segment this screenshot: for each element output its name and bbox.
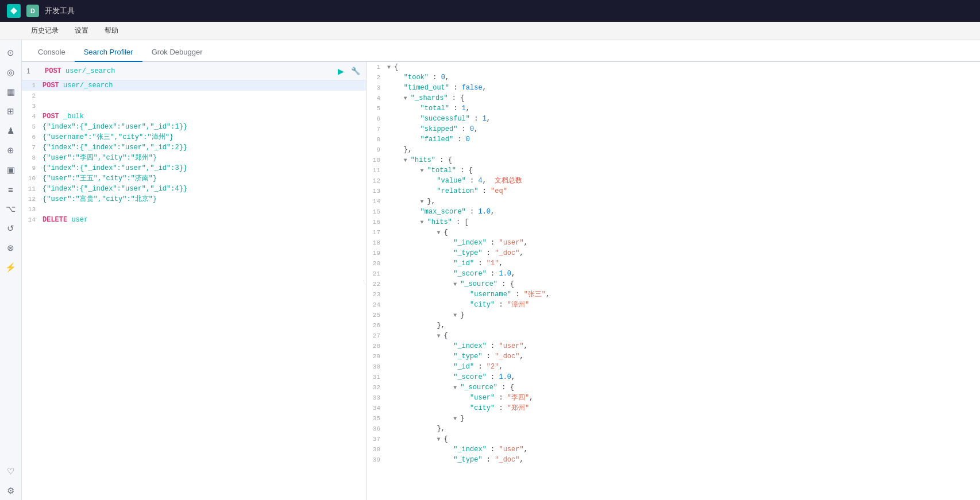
code-line: 1 ▼{ [366,62,980,72]
code-line: 5 "total" : 1, [366,103,980,114]
code-line: 13 "relation" : "eq" [366,186,980,196]
sidebar-heart-icon[interactable]: ♡ [2,462,20,480]
code-line: 14 DELETE user [22,215,366,225]
sidebar-layers-icon[interactable]: ⊞ [2,102,20,121]
sidebar-settings-icon[interactable]: ⚙ [2,482,20,500]
main-content: Console Search Profiler Grok Debugger 1 … [22,40,980,500]
sidebar-hook-icon[interactable]: ↺ [2,219,20,238]
toolbar-content: POST user/_search [45,67,333,75]
code-line: 3 "timed_out" : false, [366,83,980,93]
code-line: 19 "_type" : "_doc", [366,248,980,258]
app-logo [7,4,21,18]
sidebar-target-icon[interactable]: ◎ [2,63,20,82]
sidebar-tool-icon[interactable]: ⌥ [2,200,20,218]
code-line: 20 "_id" : "1", [366,258,980,269]
code-line: 12 {"user":"富贵","city":"北京"} [22,194,366,204]
code-line: 3 [22,101,366,111]
menu-history[interactable]: 历史记录 [29,24,61,38]
sidebar-person-icon[interactable]: ♟ [2,122,20,140]
code-line: 33 "user" : "李四", [366,393,980,403]
play-button[interactable]: ▶ [335,65,346,77]
menu-help[interactable]: 帮助 [102,24,121,38]
code-line: 24 "city" : "漳州" [366,300,980,310]
code-line: 1 POST user/_search [22,80,366,91]
wrench-button[interactable]: 🔧 [350,65,361,77]
resize-handle[interactable]: ⋮ [363,62,366,500]
code-line: 12 "value" : 4, 文档总数 [366,176,980,186]
code-line: 29 "_type" : "_doc", [366,351,980,362]
code-line: 23 "username" : "张三", [366,289,980,300]
app-title: 开发工具 [45,6,75,16]
code-line: 7 {"index":{"_index":"user","_id":2}} [22,142,366,153]
main-layout: ⊙ ◎ ▦ ⊞ ♟ ⊕ ▣ ≡ ⌥ ↺ ⊗ ⚡ ♡ ⚙ Console Sear… [0,40,980,500]
code-line: 10 ▼"hits" : { [366,155,980,165]
code-line: 11 ▼"total" : { [366,165,980,176]
code-line: 27 ▼{ [366,331,980,341]
code-line: 21 "_score" : 1.0, [366,269,980,279]
top-bar: D 开发工具 [0,0,980,22]
tab-console[interactable]: Console [29,43,75,62]
tab-search-profiler[interactable]: Search Profiler [75,43,142,62]
code-line: 11 {"index":{"_index":"user","_id":4}} [22,184,366,194]
code-line: 4 ▼"_shards" : { [366,93,980,103]
sidebar-list-icon[interactable]: ≡ [2,180,20,199]
code-line: 38 "_index" : "user", [366,444,980,455]
sidebar-lock-icon[interactable]: ⊗ [2,239,20,257]
tab-grok-debugger[interactable]: Grok Debugger [142,43,212,62]
toolbar-url: user/_search [65,67,115,75]
code-line: 8 "failed" : 0 [366,134,980,145]
code-line: 37 ▼{ [366,434,980,444]
toolbar-line-num: 1 [26,67,43,75]
toolbar-actions: ▶ 🔧 [335,65,361,77]
code-line: 30 "_id" : "2", [366,362,980,372]
code-line: 2 [22,91,366,101]
sidebar-globe-icon[interactable]: ⊕ [2,141,20,160]
code-line: 9 }, [366,145,980,155]
code-line: 14 ▼}, [366,196,980,207]
code-line: 5 {"index":{"_index":"user","_id":1}} [22,122,366,132]
code-line: 39 "_type" : "_doc", [366,455,980,465]
code-line: 18 "_index" : "user", [366,238,980,248]
toolbar-method: POST [45,67,61,75]
sidebar-chart-icon[interactable]: ▦ [2,83,20,101]
code-line: 4 POST _bulk [22,111,366,122]
sidebar-clock-icon[interactable]: ⊙ [2,44,20,62]
code-line: 10 {"user":"王五","city":"济南"} [22,173,366,184]
editor-container: 1 POST user/_search ▶ 🔧 1 [22,62,980,500]
code-line: 22 ▼"_source" : { [366,279,980,289]
right-editor: 1 ▼{ 2 "took" : 0, 3 "timed_out" : false… [366,62,980,500]
code-line: 34 "city" : "郑州" [366,403,980,413]
code-line: 26 }, [366,320,980,331]
code-line: 32 ▼"_source" : { [366,382,980,393]
code-line: 28 "_index" : "user", [366,341,980,351]
code-line: 7 "skipped" : 0, [366,124,980,134]
code-line: 15 "max_score" : 1.0, [366,207,980,217]
left-code-area[interactable]: 1 POST user/_search 2 3 4 [22,80,366,500]
code-line: 6 "successful" : 1, [366,114,980,124]
code-line: 35 ▼} [366,413,980,424]
code-line: 8 {"user":"李四","city":"郑州"} [22,153,366,163]
menu-settings[interactable]: 设置 [72,24,91,38]
user-avatar[interactable]: D [26,5,39,17]
sidebar: ⊙ ◎ ▦ ⊞ ♟ ⊕ ▣ ≡ ⌥ ↺ ⊗ ⚡ ♡ ⚙ [0,40,22,500]
code-line: 16 ▼"hits" : [ [366,217,980,227]
code-line: 25 ▼} [366,310,980,320]
code-line: 13 [22,204,366,215]
editor-toolbar: 1 POST user/_search ▶ 🔧 [22,62,366,80]
left-editor: 1 POST user/_search ▶ 🔧 1 [22,62,366,500]
sidebar-box-icon[interactable]: ▣ [2,161,20,179]
code-line: 2 "took" : 0, [366,72,980,83]
code-line: 17 ▼{ [366,227,980,238]
code-line: 31 "_score" : 1.0, [366,372,980,382]
menu-bar: 历史记录 设置 帮助 [0,22,980,40]
divider-dots: ⋮ [363,278,367,285]
code-line: 9 {"index":{"_index":"user","_id":3}} [22,163,366,173]
code-line: 36 }, [366,424,980,434]
code-line: 6 {"username":"张三","city":"漳州"} [22,132,366,142]
sidebar-alert-icon[interactable]: ⚡ [2,258,20,277]
tab-bar: Console Search Profiler Grok Debugger [22,40,980,62]
right-code-area[interactable]: 1 ▼{ 2 "took" : 0, 3 "timed_out" : false… [366,62,980,500]
